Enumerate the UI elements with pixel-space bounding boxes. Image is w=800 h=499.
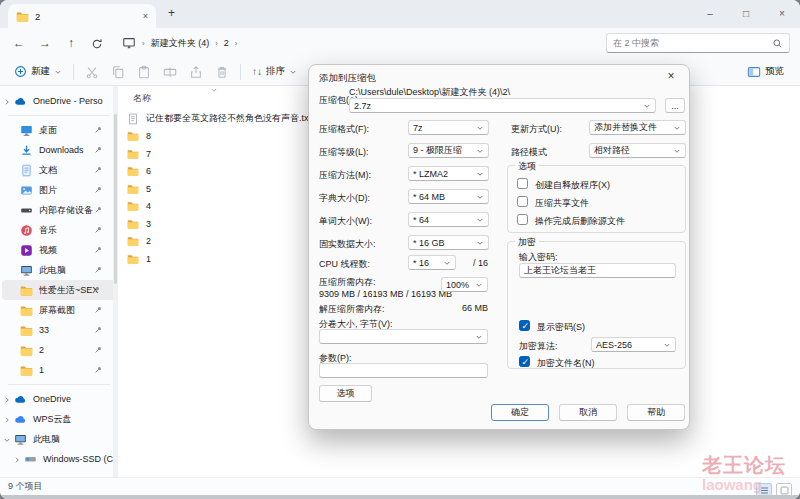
help-button[interactable]: 帮助	[627, 404, 685, 421]
chevron-right-icon[interactable]	[0, 394, 14, 404]
sidebar-item-internal-storage[interactable]: 内部存储设备	[0, 200, 118, 220]
show-password-checkbox[interactable]	[519, 320, 530, 331]
sidebar-item-windows-ssd[interactable]: Windows-SSD (C:	[0, 449, 118, 469]
sidebar-item-documents[interactable]: 文档	[0, 160, 118, 180]
sidebar-item-this-pc-tree[interactable]: 此电脑	[0, 429, 118, 449]
encrypt-filenames-checkbox[interactable]	[519, 356, 530, 367]
folder-icon	[16, 10, 29, 23]
sidebar-item-2[interactable]: 2	[0, 340, 118, 360]
sort-button[interactable]: ↑↓ 排序	[246, 60, 303, 84]
solid-block-combobox[interactable]: * 16 GB	[408, 235, 489, 250]
dictionary-label: 字典大小(D):	[319, 192, 370, 205]
cpu-threads-combobox[interactable]: * 16	[408, 255, 456, 270]
word-size-combobox[interactable]: * 64	[408, 212, 489, 227]
folder-icon	[127, 253, 139, 265]
solid-block-label: 固实数据大小:	[319, 238, 376, 251]
chevron-right-icon[interactable]	[0, 96, 14, 106]
sidebar-item-desktop[interactable]: 桌面	[0, 120, 118, 140]
folder-icon	[127, 200, 139, 212]
chevron-down-icon[interactable]	[0, 434, 14, 444]
new-button[interactable]: 新建	[8, 60, 68, 84]
sidebar-item-pictures[interactable]: 图片	[0, 180, 118, 200]
copy-icon[interactable]	[105, 65, 131, 79]
dictionary-combobox[interactable]: * 64 MB	[408, 189, 489, 204]
sidebar-item-downloads[interactable]: Downloads	[0, 140, 118, 160]
maximize-button[interactable]: □	[728, 0, 764, 28]
close-button[interactable]: ×	[764, 0, 800, 28]
file-name: 1	[146, 254, 151, 264]
options-button[interactable]: 选项	[319, 385, 372, 402]
search-box[interactable]	[606, 33, 790, 53]
format-combobox[interactable]: 7z	[408, 120, 489, 135]
up-icon[interactable]: ↑	[58, 36, 84, 50]
onedrive-cloud-icon	[14, 95, 27, 108]
archive-name-combobox[interactable]: 2.7z	[349, 98, 656, 113]
format-value: 7z	[413, 123, 476, 133]
chevron-right-icon[interactable]	[10, 454, 24, 464]
sidebar-item-1[interactable]: 1	[0, 360, 118, 380]
new-tab-button[interactable]: +	[168, 6, 175, 20]
back-icon[interactable]: ←	[6, 36, 32, 50]
breadcrumb-item[interactable]: 2	[224, 38, 229, 48]
sidebar-item-label: 屏幕截图	[39, 304, 75, 317]
sidebar-item-33[interactable]: 33	[0, 320, 118, 340]
breadcrumb-separator: ›	[142, 39, 145, 48]
cut-icon[interactable]	[79, 65, 105, 79]
forward-icon[interactable]: →	[32, 36, 58, 50]
parameters-input[interactable]	[319, 363, 488, 378]
sidebar-item-label: Downloads	[39, 145, 84, 155]
path-mode-value: 相对路径	[594, 144, 673, 157]
ok-button[interactable]: 确定	[491, 404, 549, 421]
rename-icon[interactable]	[157, 65, 183, 79]
shared-files-checkbox[interactable]	[517, 196, 528, 207]
method-label: 压缩方法(M):	[319, 169, 371, 182]
encryption-method-combobox[interactable]: AES-256	[591, 337, 676, 352]
delete-after-checkbox[interactable]	[517, 214, 528, 225]
file-name: 3	[146, 219, 151, 229]
sfx-checkbox[interactable]	[517, 178, 528, 189]
dictionary-value: * 64 MB	[413, 192, 476, 202]
file-name: 6	[146, 166, 151, 176]
sidebar-item-onedrive[interactable]: OneDrive	[0, 389, 118, 409]
chevron-right-icon[interactable]	[0, 414, 14, 424]
sidebar-item-onedrive-personal[interactable]: OneDrive - Persona	[0, 91, 118, 111]
memory-percent-combobox[interactable]: 100%	[441, 277, 488, 292]
tab-close-icon[interactable]: ×	[143, 11, 148, 21]
browse-button[interactable]: ...	[665, 98, 685, 113]
preview-button-label: 预览	[765, 65, 784, 78]
delete-icon[interactable]	[209, 65, 235, 79]
scrollbar-thumb[interactable]	[114, 114, 117, 284]
sidebar-item-screenshots[interactable]: 屏幕截图	[0, 300, 118, 320]
share-icon[interactable]	[183, 65, 209, 79]
this-pc-icon	[14, 433, 27, 446]
dialog-close-icon[interactable]: ×	[663, 69, 679, 83]
breadcrumb-item[interactable]: 新建文件夹 (4)	[151, 37, 210, 50]
shared-files-checkbox-label: 压缩共享文件	[535, 197, 589, 210]
sidebar-item-label: 内部存储设备	[39, 204, 93, 217]
password-input[interactable]	[519, 263, 676, 278]
sidebar-item-this-pc[interactable]: 此电脑	[0, 260, 118, 280]
pin-icon	[93, 225, 103, 235]
paste-icon[interactable]	[131, 65, 157, 79]
desktop-computer-icon[interactable]	[122, 36, 136, 50]
memory-percent-value: 100%	[446, 280, 475, 290]
sidebar-item-sex-life-folder[interactable]: 性爱生活~SEX L	[2, 280, 116, 300]
sidebar-item-music[interactable]: 音乐	[0, 220, 118, 240]
level-combobox[interactable]: 9 - 极限压缩	[408, 143, 489, 158]
sidebar-item-wps-cloud[interactable]: WPS云盘	[0, 409, 118, 429]
minimize-button[interactable]: –	[692, 0, 728, 28]
update-mode-combobox[interactable]: 添加并替换文件	[589, 120, 686, 135]
preview-button[interactable]: 预览	[741, 60, 790, 84]
tab-folder-2[interactable]: 2 ×	[8, 4, 156, 28]
path-mode-combobox[interactable]: 相对路径	[589, 143, 686, 158]
breadcrumb-separator: ›	[235, 39, 238, 48]
sidebar-item-label: 图片	[39, 184, 57, 197]
sidebar-item-videos[interactable]: 视频	[0, 240, 118, 260]
search-input[interactable]	[613, 38, 772, 48]
method-combobox[interactable]: * LZMA2	[408, 166, 489, 181]
word-size-label: 单词大小(W):	[319, 215, 372, 228]
refresh-icon[interactable]	[84, 36, 110, 50]
desktop-icon	[20, 124, 33, 137]
volume-size-combobox[interactable]	[319, 329, 488, 344]
cancel-button[interactable]: 取消	[559, 404, 617, 421]
